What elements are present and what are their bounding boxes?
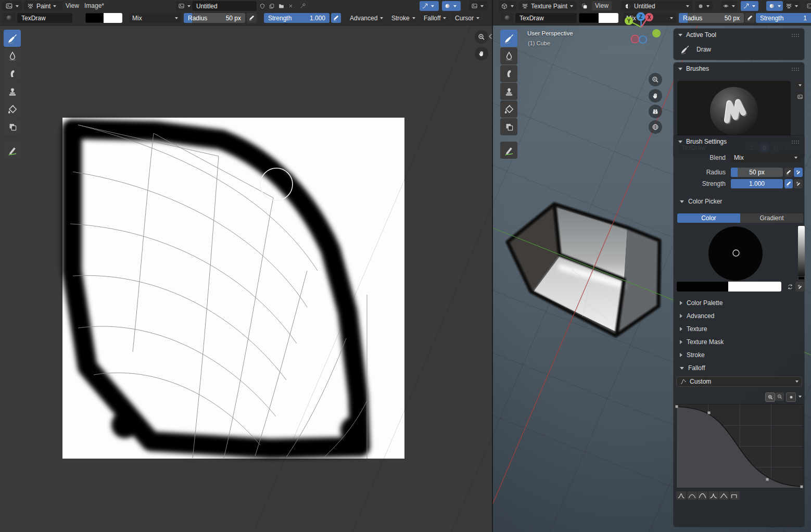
primary-color-swatch[interactable]: [677, 282, 728, 292]
paint-canvas[interactable]: [62, 118, 404, 459]
falloff-preset-sphere[interactable]: [687, 491, 697, 500]
tool-draw[interactable]: [500, 30, 517, 47]
strength-slider[interactable]: 1.000: [731, 179, 783, 188]
section-advanced[interactable]: Advanced: [680, 312, 714, 320]
radius-tablet-button[interactable]: [794, 168, 803, 177]
primary-color-swatch[interactable]: [579, 13, 599, 23]
brush-select-dropdown[interactable]: [795, 81, 804, 90]
curve-point-type-button[interactable]: [786, 392, 796, 402]
strength-tablet-button[interactable]: [794, 179, 803, 188]
brush-name-field[interactable]: TexDraw: [17, 13, 72, 23]
brush-settings-header[interactable]: Brush Settings: [674, 135, 804, 148]
curve-zoom-in-button[interactable]: [765, 392, 775, 402]
falloff-popover[interactable]: Falloff: [421, 13, 449, 23]
gradient-tab[interactable]: Gradient: [740, 213, 803, 223]
image-browse-button[interactable]: [176, 1, 192, 11]
brushes-header[interactable]: Brushes: [674, 62, 804, 75]
falloff-curve-editor[interactable]: [676, 404, 803, 488]
falloff-preset-sharp[interactable]: [708, 491, 718, 500]
falloff-preset-dropdown[interactable]: Custom: [676, 376, 802, 387]
color-tab[interactable]: Color: [677, 213, 740, 223]
drag-handle-icon[interactable]: [791, 33, 800, 37]
pan-button[interactable]: [475, 47, 488, 60]
open-image-button[interactable]: [276, 1, 286, 11]
gizmo-x-neg-axis[interactable]: [631, 35, 639, 43]
strength-pressure-button[interactable]: [331, 13, 341, 23]
cursor-popover[interactable]: Cursor: [452, 13, 481, 23]
fake-user-button[interactable]: [258, 1, 267, 11]
blend-mode-dropdown[interactable]: Mix: [129, 13, 181, 23]
active-tool-header[interactable]: Active Tool: [674, 29, 804, 41]
radius-slider[interactable]: 50 px: [731, 168, 783, 177]
gizmo-y-neg-axis[interactable]: [652, 29, 661, 37]
cube-object[interactable]: [508, 204, 660, 336]
secondary-color-swatch[interactable]: [599, 13, 618, 23]
falloff-preset-smooth[interactable]: [676, 491, 686, 500]
stencil-image-toggle[interactable]: [469, 1, 488, 11]
gizmo-z-neg-axis[interactable]: [639, 36, 647, 43]
drag-handle-icon[interactable]: [791, 140, 800, 144]
mask-sphere-toggle[interactable]: [766, 1, 783, 11]
mask-sphere-toggle[interactable]: [442, 1, 461, 11]
falloff-preset-linear[interactable]: [719, 491, 729, 500]
zoom-button[interactable]: [475, 30, 488, 44]
color-picker-header[interactable]: Color Picker: [680, 198, 722, 205]
image-name-field[interactable]: Untitled: [192, 1, 257, 11]
radius-slider[interactable]: Radius50 px: [184, 13, 245, 23]
navigation-gizmo[interactable]: Y Z X: [622, 12, 664, 47]
strength-slider[interactable]: Strength1: [756, 13, 811, 23]
drag-handle-icon[interactable]: [791, 67, 800, 71]
secondary-color-swatch[interactable]: [104, 13, 122, 23]
blend-dropdown[interactable]: Mix: [731, 153, 801, 162]
stroke-popover[interactable]: Stroke: [388, 13, 417, 23]
pin-icon[interactable]: [299, 2, 307, 9]
viewport-camera-button[interactable]: [649, 105, 662, 118]
tool-annotate[interactable]: [4, 142, 21, 159]
tool-clone[interactable]: [4, 83, 21, 100]
unlink-image-button[interactable]: [286, 1, 295, 11]
curve-zoom-out-button[interactable]: [775, 392, 784, 401]
menu-image[interactable]: Image*: [81, 1, 107, 10]
section-color-palette[interactable]: Color Palette: [680, 299, 723, 307]
paint-mode-dropdown[interactable]: Paint: [24, 1, 62, 11]
brush-name-field[interactable]: TexDraw: [515, 13, 577, 23]
strength-slider[interactable]: Strength1.000: [264, 13, 330, 23]
primary-color-swatch[interactable]: [85, 13, 104, 23]
radius-slider[interactable]: Radius50 px: [679, 13, 744, 23]
swap-colors-button[interactable]: [785, 282, 794, 292]
editor-type-button[interactable]: [2, 1, 22, 11]
falloff-preset-constant[interactable]: [730, 491, 740, 500]
viewport-zoom-button[interactable]: [649, 73, 662, 86]
clipped-header-button[interactable]: [806, 1, 811, 11]
value-slider[interactable]: [798, 226, 805, 276]
tool-soften[interactable]: [500, 47, 517, 65]
falloff-preset-root[interactable]: [698, 491, 707, 500]
tool-annotate[interactable]: [500, 142, 517, 159]
section-texture[interactable]: Texture: [680, 325, 707, 333]
curve-options-button[interactable]: [796, 392, 804, 401]
tool-smear[interactable]: [4, 65, 21, 82]
tool-smear[interactable]: [500, 65, 517, 82]
brush-preview-button[interactable]: [2, 13, 16, 23]
mode-dropdown[interactable]: Texture Paint: [518, 1, 577, 11]
radius-pressure-button[interactable]: [247, 13, 257, 23]
paint-mask-toggle[interactable]: [721, 1, 737, 11]
radius-pen-button[interactable]: [784, 168, 793, 177]
stencil-texture-toggle[interactable]: [783, 1, 800, 11]
section-texture-mask[interactable]: Texture Mask: [680, 338, 724, 346]
proportional-falloff-toggle[interactable]: [420, 1, 439, 11]
editor-type-button[interactable]: [499, 1, 516, 11]
brush-datablock-button[interactable]: [795, 92, 804, 101]
section-stroke[interactable]: Stroke: [680, 351, 705, 359]
texture-slot-dropdown[interactable]: Untitled: [621, 1, 692, 11]
tool-mask[interactable]: [500, 118, 517, 135]
value-slider-indicator[interactable]: [798, 276, 805, 280]
tool-soften[interactable]: [4, 47, 21, 65]
secondary-color-swatch[interactable]: [728, 282, 781, 292]
strength-pen-button[interactable]: [784, 179, 793, 188]
tool-fill[interactable]: [4, 100, 21, 118]
brush-preview[interactable]: [677, 81, 791, 141]
radius-pressure-button[interactable]: [745, 13, 755, 23]
tool-fill[interactable]: [500, 100, 517, 118]
menu-view[interactable]: View: [592, 1, 612, 10]
